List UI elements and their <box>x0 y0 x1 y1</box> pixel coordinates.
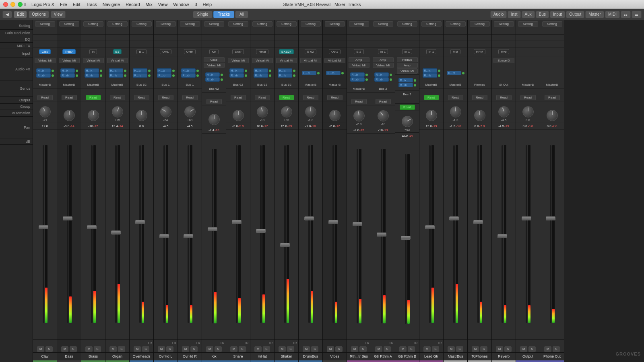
mute-button[interactable]: M <box>303 346 310 352</box>
track-menu[interactable]: Track <box>86 2 97 7</box>
input-button[interactable]: HHat <box>256 49 268 54</box>
pan-knob[interactable] <box>305 106 316 117</box>
window-menu[interactable]: Window <box>173 2 189 7</box>
automation-button[interactable]: Read <box>110 95 125 100</box>
solo-button[interactable]: S <box>142 346 149 352</box>
fader-thumb[interactable] <box>184 234 193 238</box>
input-button[interactable]: In 1 <box>426 49 436 54</box>
fader-thumb[interactable] <box>256 229 266 233</box>
input-button[interactable]: OHL <box>160 49 171 54</box>
fader-thumb[interactable] <box>208 227 217 231</box>
input-button[interactable]: B 62 <box>305 49 316 54</box>
send-button[interactable]: H...ix <box>302 71 316 75</box>
pan-knob[interactable] <box>353 110 365 121</box>
pan-knob[interactable] <box>402 116 413 127</box>
mode-all[interactable]: All <box>235 11 248 18</box>
setting-button[interactable]: Setting <box>83 21 103 27</box>
fader-thumb[interactable] <box>425 225 435 229</box>
fader-thumb[interactable] <box>63 216 72 220</box>
fx-button[interactable]: Amp <box>373 57 394 62</box>
list-view-btn[interactable]: ☰ <box>632 11 642 18</box>
solo-button[interactable]: S <box>215 346 222 352</box>
automation-button[interactable]: Read <box>158 95 173 100</box>
type-master[interactable]: Master <box>585 11 604 18</box>
fx-button[interactable]: Virtual Mi <box>373 63 394 68</box>
fader-thumb[interactable] <box>232 220 242 224</box>
setting-button[interactable]: Setting <box>542 21 562 27</box>
fx-button[interactable]: Virtual Mi <box>83 58 104 63</box>
mute-button[interactable]: M <box>134 346 141 352</box>
mute-button[interactable]: M <box>544 346 551 352</box>
solo-button[interactable]: S <box>359 346 367 352</box>
input-button[interactable]: HPM <box>474 49 486 54</box>
mute-button[interactable]: M <box>472 346 479 352</box>
maximize-button[interactable] <box>18 2 23 7</box>
send-button[interactable]: R...rb <box>205 77 220 82</box>
automation-button[interactable]: Read <box>472 95 487 100</box>
fader-thumb[interactable] <box>87 225 97 229</box>
view-button[interactable]: View <box>51 11 66 18</box>
input-button[interactable]: Mst <box>450 49 460 54</box>
solo-button[interactable]: S <box>528 346 536 352</box>
pan-knob[interactable] <box>426 110 437 121</box>
fx-button[interactable]: Virtual Mi <box>252 58 273 63</box>
pan-knob[interactable] <box>184 106 196 117</box>
type-bus[interactable]: Bus <box>536 11 549 18</box>
automation-button[interactable]: Read <box>448 95 463 100</box>
fx-button[interactable]: Gate <box>204 57 225 62</box>
send-button[interactable]: R...rb <box>350 77 365 82</box>
edit-menu[interactable]: Edit <box>73 2 80 7</box>
fader-thumb[interactable] <box>473 220 483 224</box>
type-output[interactable]: Output <box>566 11 584 18</box>
input-button[interactable]: B 2 <box>354 49 363 54</box>
fx-button[interactable]: Virtual Mi <box>300 58 321 63</box>
solo-button[interactable]: S <box>504 346 512 352</box>
solo-button[interactable]: S <box>335 346 343 352</box>
automation-button[interactable]: Read <box>496 95 512 100</box>
input-button[interactable]: In <box>89 49 97 54</box>
type-midi[interactable]: MIDI <box>605 11 620 18</box>
send-button[interactable]: R...ix <box>350 72 365 77</box>
type-inst[interactable]: Inst <box>508 11 520 18</box>
setting-button[interactable]: Setting <box>301 21 321 27</box>
mute-button[interactable]: M <box>182 346 189 352</box>
fader-thumb[interactable] <box>304 216 314 220</box>
fx-button[interactable]: Virtual Mi <box>228 58 249 63</box>
fx-button[interactable]: Virtual Mi <box>349 63 369 68</box>
apple-menu[interactable]:  <box>24 2 26 7</box>
solo-button[interactable]: S <box>408 346 415 352</box>
fader-thumb[interactable] <box>449 216 459 220</box>
mute-button[interactable]: M <box>109 346 117 352</box>
solo-button[interactable]: S <box>456 346 463 352</box>
solo-button[interactable]: S <box>432 346 439 352</box>
solo-button[interactable]: S <box>239 346 246 352</box>
fx-button[interactable]: Virtual Mi <box>107 58 128 63</box>
send-button[interactable]: R...rb <box>398 83 413 87</box>
solo-button[interactable]: S <box>287 346 294 352</box>
fader-thumb[interactable] <box>135 220 145 224</box>
mute-button[interactable]: M <box>279 346 286 352</box>
solo-button[interactable]: S <box>94 346 101 352</box>
automation-button[interactable]: Read <box>400 105 415 110</box>
setting-button[interactable]: Setting <box>349 21 369 27</box>
input-button[interactable]: B3 <box>113 49 122 54</box>
automation-button[interactable]: Read <box>206 99 222 104</box>
window-num[interactable]: 3 <box>194 2 197 7</box>
send-button[interactable]: H...ix <box>278 68 292 73</box>
setting-button[interactable]: Setting <box>204 21 224 27</box>
automation-button[interactable]: Read <box>327 95 343 100</box>
setting-button[interactable]: Setting <box>470 21 490 27</box>
setting-button[interactable]: Setting <box>156 21 176 27</box>
close-button[interactable] <box>3 2 8 7</box>
input-button[interactable]: Clav <box>39 49 50 54</box>
automation-button[interactable]: Read <box>545 95 560 100</box>
type-aux[interactable]: Aux <box>522 11 535 18</box>
send-button[interactable]: R...rb <box>109 73 123 78</box>
fx-button[interactable]: Virtual Mi <box>324 58 345 63</box>
solo-button[interactable]: S <box>263 346 270 352</box>
send-button[interactable]: H...ix <box>254 68 268 73</box>
send-button[interactable]: R...rb <box>423 73 437 78</box>
mute-button[interactable]: M <box>327 346 334 352</box>
pan-knob[interactable] <box>112 106 123 117</box>
fader-thumb[interactable] <box>401 236 411 240</box>
